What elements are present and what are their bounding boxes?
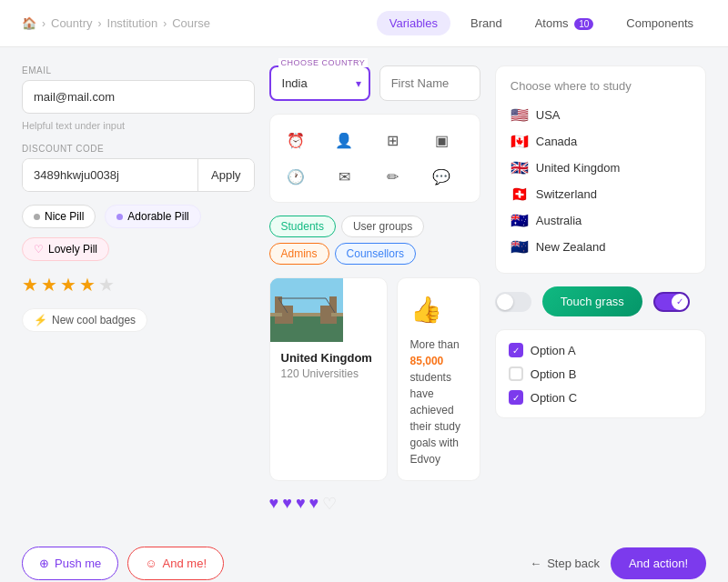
- left-buttons: ⊕ Push me ☺ And me!: [22, 547, 224, 580]
- country-canada[interactable]: 🇨🇦 Canada: [511, 128, 691, 155]
- cards-row: United Kingdom 120 Universities 👍 More t…: [269, 277, 480, 481]
- toggles-row: Touch grass: [495, 286, 706, 316]
- and-me-button[interactable]: ☺ And me!: [127, 547, 224, 580]
- info-card: 👍 More than 85,000 students have achieve…: [397, 277, 480, 481]
- hearts-row: ♥ ♥ ♥ ♥ ♡: [269, 494, 480, 514]
- toggle-on[interactable]: [653, 292, 690, 312]
- icon-grid[interactable]: ⊞: [379, 125, 408, 155]
- bottom-right-group: ← Step back And action!: [530, 547, 706, 579]
- breadcrumb-course: Course: [172, 16, 210, 30]
- breadcrumb: 🏠 › Country › Institution › Course: [22, 16, 210, 30]
- checkbox-c-label: Option C: [531, 391, 577, 405]
- tab-brand[interactable]: Brand: [458, 11, 515, 35]
- home-icon[interactable]: 🏠: [22, 16, 36, 30]
- pill-dot-2: [116, 214, 123, 220]
- heart-2[interactable]: ♥: [282, 494, 292, 514]
- heart-5[interactable]: ♡: [322, 494, 337, 514]
- arrow-left-icon: ←: [530, 557, 541, 570]
- country-uk[interactable]: 🇬🇧 United Kingdom: [511, 155, 691, 181]
- checkbox-card: ✓ Option A Option B ✓ Option C: [495, 329, 706, 418]
- country-name-canada: Canada: [536, 135, 578, 148]
- info-text-before: More than: [410, 338, 460, 351]
- pill-label-2: Adorable Pill: [127, 210, 188, 223]
- breadcrumb-country: Country: [51, 16, 93, 30]
- flag-newzealand: 🇳🇿: [511, 238, 529, 256]
- country-card[interactable]: United Kingdom 120 Universities: [269, 277, 388, 481]
- star-3[interactable]: ★: [60, 274, 76, 296]
- country-name-australia: Australia: [536, 214, 582, 227]
- tag-students[interactable]: Students: [269, 216, 336, 237]
- apply-button[interactable]: Apply: [197, 159, 254, 191]
- input-row-top: CHOOSE COUNTRY India UK USA ▾: [269, 65, 480, 101]
- column-1: EMAIL Helpful text under input DISCOUNT …: [22, 65, 255, 514]
- email-label: EMAIL: [22, 65, 255, 75]
- icon-mail[interactable]: ✉: [329, 162, 359, 191]
- star-5[interactable]: ★: [98, 274, 115, 296]
- nav-tabs: Variables Brand Atoms 10 Components: [377, 11, 706, 35]
- svg-rect-2: [275, 296, 282, 324]
- discount-input[interactable]: [23, 159, 197, 191]
- tab-variables[interactable]: Variables: [377, 11, 450, 35]
- badge-button[interactable]: ⚡ New cool badges: [22, 308, 147, 332]
- tag-counsellors[interactable]: Counsellors: [335, 243, 416, 265]
- flag-switzerland: 🇨🇭: [511, 186, 529, 203]
- country-australia[interactable]: 🇦🇺 Australia: [511, 207, 691, 234]
- checkbox-group: ✓ Option A Option B ✓ Option C: [509, 343, 693, 405]
- study-card: Choose where to study 🇺🇸 USA 🇨🇦 Canada 🇬…: [495, 65, 706, 274]
- heart-4[interactable]: ♥: [309, 494, 319, 514]
- tab-atoms[interactable]: Atoms 10: [522, 11, 607, 35]
- breadcrumb-institution: Institution: [107, 16, 158, 30]
- discount-row: Apply: [22, 158, 255, 192]
- atoms-badge: 10: [574, 18, 593, 30]
- checkbox-option-a[interactable]: ✓ Option A: [509, 343, 693, 357]
- pill-adorable[interactable]: Adorable Pill: [105, 205, 200, 228]
- touch-grass-button[interactable]: Touch grass: [542, 286, 642, 316]
- country-name-newzealand: New Zealand: [536, 240, 606, 254]
- country-select[interactable]: India UK USA: [269, 65, 370, 101]
- checkbox-c-box: ✓: [509, 390, 523, 405]
- push-me-button[interactable]: ⊕ Push me: [22, 547, 118, 580]
- icon-clock[interactable]: 🕐: [281, 162, 310, 191]
- country-usa[interactable]: 🇺🇸 USA: [511, 102, 691, 128]
- icon-layout[interactable]: ▣: [427, 125, 456, 155]
- star-1[interactable]: ★: [22, 274, 38, 296]
- country-newzealand[interactable]: 🇳🇿 New Zealand: [511, 234, 691, 260]
- icon-chat[interactable]: 💬: [427, 162, 456, 191]
- top-bar: 🏠 › Country › Institution › Course Varia…: [0, 0, 728, 47]
- step-back-button[interactable]: ← Step back: [530, 557, 600, 570]
- country-name-uk: United Kingdom: [536, 161, 621, 175]
- push-icon: ⊕: [39, 557, 49, 570]
- toggle-off[interactable]: [495, 292, 531, 312]
- checkbox-option-b[interactable]: Option B: [509, 366, 693, 381]
- pill-nice[interactable]: Nice Pill: [22, 205, 96, 228]
- smiley-icon: ☺: [145, 557, 157, 570]
- tab-components[interactable]: Components: [613, 11, 706, 35]
- country-card-image: [270, 278, 343, 342]
- main-content: EMAIL Helpful text under input DISCOUNT …: [0, 47, 728, 532]
- star-2[interactable]: ★: [41, 274, 57, 296]
- tag-admins[interactable]: Admins: [269, 243, 329, 265]
- checkbox-option-c[interactable]: ✓ Option C: [509, 390, 693, 405]
- star-4[interactable]: ★: [79, 274, 96, 296]
- tag-usergroups[interactable]: User groups: [341, 216, 424, 237]
- email-helper: Helpful text under input: [22, 120, 255, 131]
- breadcrumb-sep-1: ›: [42, 17, 46, 30]
- column-2: CHOOSE COUNTRY India UK USA ▾ ⏰ 👤 ⊞ ▣ 🕐 …: [269, 65, 480, 514]
- icon-pen[interactable]: ✏: [379, 162, 408, 191]
- heart-3[interactable]: ♥: [296, 494, 306, 514]
- icon-alarm[interactable]: ⏰: [281, 125, 310, 155]
- icon-user[interactable]: 👤: [329, 125, 359, 155]
- info-text-after: students have achieved their study goals…: [410, 371, 460, 466]
- first-name-field[interactable]: [379, 65, 480, 101]
- badge-row: ⚡ New cool badges: [22, 308, 255, 332]
- and-action-button[interactable]: And action!: [611, 547, 706, 579]
- pill-lovely[interactable]: ♡ Lovely Pill: [22, 237, 109, 261]
- icons-grid: ⏰ 👤 ⊞ ▣ 🕐 ✉ ✏ 💬: [269, 114, 480, 203]
- flag-canada: 🇨🇦: [511, 133, 529, 150]
- pill-label-3: Lovely Pill: [48, 243, 97, 256]
- pill-dot-1: [34, 214, 40, 220]
- country-card-body: United Kingdom 120 Universities: [270, 342, 387, 389]
- country-switzerland[interactable]: 🇨🇭 Switzerland: [511, 181, 691, 207]
- email-field[interactable]: [22, 80, 255, 114]
- heart-1[interactable]: ♥: [269, 494, 279, 514]
